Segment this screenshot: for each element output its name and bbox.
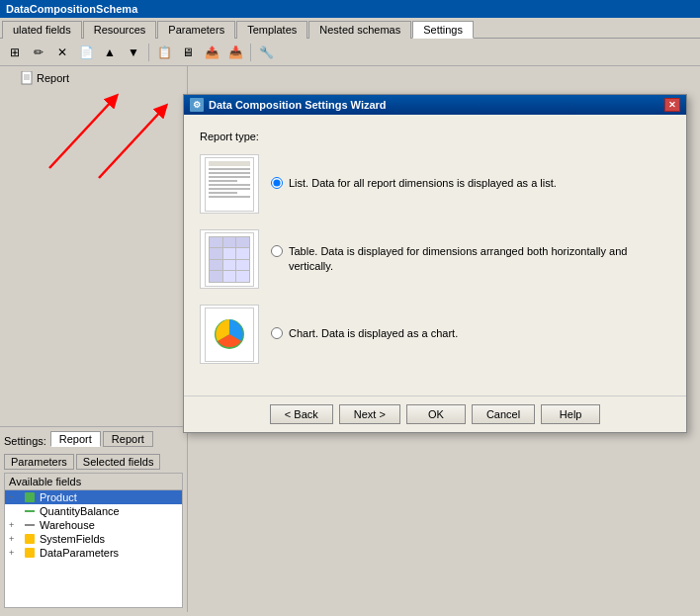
list-thumbnail bbox=[200, 154, 259, 214]
toolbar-btn5[interactable]: 📋 bbox=[153, 42, 175, 63]
tab-bar: ulated fields Resources Parameters Templ… bbox=[0, 18, 700, 39]
parameters-tab-btn[interactable]: Parameters bbox=[4, 454, 74, 470]
tab-calculated-fields[interactable]: ulated fields bbox=[2, 21, 82, 39]
report-option-chart: Chart. Data is displayed as a chart. bbox=[200, 305, 670, 364]
settings-tab-report1[interactable]: Report bbox=[50, 431, 101, 447]
settings-tab-report2[interactable]: Report bbox=[103, 431, 153, 447]
report-option-list: List. Data for all report dimensions is … bbox=[200, 154, 670, 214]
toolbar-sep-2 bbox=[250, 44, 251, 61]
toolbar-copy-btn[interactable]: 📄 bbox=[75, 42, 97, 63]
list-option-right: List. Data for all report dimensions is … bbox=[271, 176, 557, 191]
toolbar-delete-btn[interactable]: ✕ bbox=[51, 42, 73, 63]
tree-node-report[interactable]: Report bbox=[4, 70, 183, 86]
table-radio[interactable] bbox=[271, 245, 283, 257]
help-button[interactable]: Help bbox=[541, 404, 600, 424]
dataparameters-expander[interactable]: + bbox=[9, 548, 23, 558]
dataparameters-icon bbox=[23, 547, 37, 559]
tab-nested-schemas[interactable]: Nested schemas bbox=[308, 21, 411, 39]
toolbar-btn7[interactable]: 📤 bbox=[201, 42, 222, 63]
ok-button[interactable]: OK bbox=[406, 404, 466, 424]
warehouse-icon bbox=[23, 519, 37, 531]
report-type-label: Report type: bbox=[200, 131, 670, 142]
dialog-close-btn[interactable]: ✕ bbox=[664, 98, 680, 112]
table-option-right: Table. Data is displayed for dimensions … bbox=[271, 244, 670, 275]
list-label: List. Data for all report dimensions is … bbox=[289, 176, 557, 191]
left-panel: Report Settings: Report bbox=[0, 66, 188, 612]
field-item-product[interactable]: + Product bbox=[5, 490, 182, 504]
toolbar-sep-1 bbox=[148, 44, 149, 61]
tab-resources[interactable]: Resources bbox=[83, 21, 157, 39]
dialog-title-icon: ⚙ bbox=[190, 98, 204, 112]
title-bar: DataCompositionSchema bbox=[0, 0, 700, 18]
available-fields-header: Available fields bbox=[4, 473, 183, 489]
systemfields-icon bbox=[23, 533, 37, 545]
tab-settings[interactable]: Settings bbox=[412, 21, 474, 39]
pie-chart-svg bbox=[210, 314, 249, 354]
tree-area: Report bbox=[0, 66, 187, 426]
settings-area: Settings: Report Report Parameters Selec… bbox=[0, 426, 187, 612]
dialog-buttons: < Back Next > OK Cancel Help bbox=[184, 396, 686, 432]
product-icon bbox=[23, 491, 37, 503]
dialog-content: Report type: bbox=[184, 115, 686, 396]
toolbar-edit-btn[interactable]: ✏ bbox=[28, 42, 49, 63]
report-option-table: Table. Data is displayed for dimensions … bbox=[200, 229, 670, 289]
field-item-quantity[interactable]: QuantityBalance bbox=[5, 504, 182, 518]
tab-templates[interactable]: Templates bbox=[236, 21, 307, 39]
dialog-title-text: Data Composition Settings Wizard bbox=[209, 99, 387, 111]
chart-option-right: Chart. Data is displayed as a chart. bbox=[271, 326, 458, 341]
settings-tabs: Report Report bbox=[50, 431, 153, 447]
systemfields-expander[interactable]: + bbox=[9, 534, 23, 544]
next-button[interactable]: Next > bbox=[339, 404, 400, 424]
table-label: Table. Data is displayed for dimensions … bbox=[289, 244, 670, 275]
quantity-icon bbox=[23, 505, 37, 517]
field-item-warehouse[interactable]: + Warehouse bbox=[5, 518, 182, 532]
dialog: ⚙ Data Composition Settings Wizard ✕ Rep… bbox=[183, 94, 687, 433]
available-fields-list: + Product QuantityBalance + bbox=[4, 489, 183, 608]
toolbar-btn9[interactable]: 🔧 bbox=[255, 42, 277, 63]
chart-thumbnail bbox=[200, 305, 259, 364]
selected-fields-tab-btn[interactable]: Selected fields bbox=[76, 454, 161, 470]
chart-label: Chart. Data is displayed as a chart. bbox=[289, 326, 458, 341]
toolbar-up-btn[interactable]: ▲ bbox=[99, 42, 121, 63]
chart-radio[interactable] bbox=[271, 327, 283, 339]
toolbar-add-btn[interactable]: ⊞ bbox=[4, 42, 26, 63]
back-button[interactable]: < Back bbox=[270, 404, 333, 424]
toolbar-btn6[interactable]: 🖥 bbox=[177, 42, 199, 63]
toolbar-down-btn[interactable]: ▼ bbox=[123, 42, 144, 63]
field-item-systemfields[interactable]: + SystemFields bbox=[5, 532, 182, 546]
toolbar: ⊞ ✏ ✕ 📄 ▲ ▼ 📋 🖥 📤 📥 🔧 bbox=[0, 39, 700, 66]
tab-parameters[interactable]: Parameters bbox=[157, 21, 235, 39]
cancel-button[interactable]: Cancel bbox=[472, 404, 535, 424]
field-item-dataparameters[interactable]: + DataParameters bbox=[5, 546, 182, 560]
dialog-title-bar: ⚙ Data Composition Settings Wizard ✕ bbox=[184, 95, 686, 115]
table-thumbnail bbox=[200, 229, 259, 289]
tree-node-report-label: Report bbox=[37, 72, 69, 84]
toolbar-btn8[interactable]: 📥 bbox=[224, 42, 246, 63]
product-expander[interactable]: + bbox=[9, 492, 23, 502]
title-text: DataCompositionSchema bbox=[6, 3, 137, 15]
list-radio[interactable] bbox=[271, 177, 283, 189]
report-expander[interactable] bbox=[6, 71, 20, 85]
settings-label: Settings: Report Report bbox=[4, 431, 183, 451]
report-icon bbox=[20, 71, 34, 85]
warehouse-expander[interactable]: + bbox=[9, 520, 23, 530]
